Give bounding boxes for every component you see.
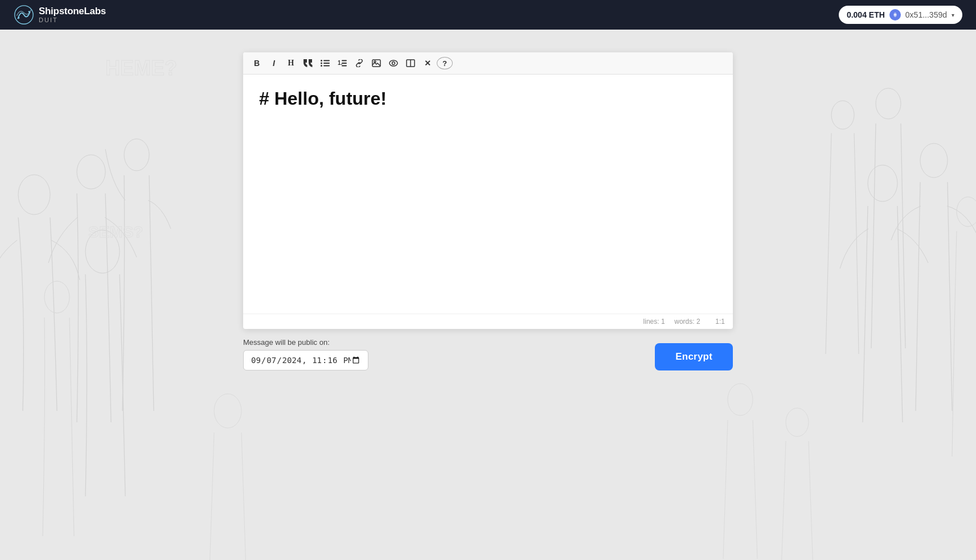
brand-logo-icon	[14, 5, 34, 25]
svg-rect-27	[323, 65, 330, 67]
wallet-eth: 0.004 ETH	[847, 10, 885, 19]
svg-rect-25	[323, 63, 330, 64]
svg-point-5	[893, 14, 896, 15]
stats-words: words: 2	[674, 318, 700, 326]
wallet-icon	[889, 9, 901, 20]
svg-rect-29	[342, 60, 347, 61]
svg-point-1	[18, 17, 20, 19]
toolbar-quote-button[interactable]	[300, 56, 316, 71]
svg-point-22	[321, 60, 322, 61]
svg-point-2	[28, 11, 30, 13]
navbar: ShipstoneLabs DUIT 0.004 ETH 0x51...359d…	[0, 0, 976, 30]
svg-point-35	[392, 62, 395, 65]
svg-point-17	[728, 384, 753, 415]
brand-sub: DUIT	[39, 17, 106, 23]
toolbar-unordered-list-button[interactable]	[317, 56, 333, 71]
editor-content-heading: # Hello, future!	[259, 88, 717, 109]
toolbar-heading-button[interactable]: H	[283, 56, 299, 71]
stats-lines: lines: 1	[643, 318, 665, 326]
wallet-button[interactable]: 0.004 ETH 0x51...359d ▾	[839, 6, 962, 24]
editor-stats: lines: 1 words: 2 1:1	[243, 314, 733, 329]
editor-toolbar: B I H 1. ✕ ?	[243, 52, 733, 75]
stats-ratio: 1:1	[715, 318, 725, 326]
public-label: Message will be public on:	[243, 338, 368, 347]
chevron-down-icon: ▾	[952, 12, 954, 18]
toolbar-help-button[interactable]: ?	[437, 57, 453, 69]
main-content: B I H 1. ✕ ?	[0, 30, 976, 370]
toolbar-bold-button[interactable]: B	[249, 56, 265, 71]
svg-rect-31	[342, 65, 347, 67]
toolbar-link-button[interactable]	[351, 56, 367, 71]
wallet-address: 0x51...359d	[905, 10, 947, 19]
public-date-section: Message will be public on:	[243, 338, 368, 370]
svg-point-16	[214, 394, 241, 428]
toolbar-ordered-list-button[interactable]: 1.	[334, 56, 350, 71]
public-date-input[interactable]	[243, 350, 368, 370]
toolbar-split-button[interactable]	[403, 56, 419, 71]
svg-rect-30	[342, 63, 347, 64]
encrypt-button[interactable]: Encrypt	[655, 343, 733, 370]
brand: ShipstoneLabs DUIT	[14, 5, 106, 25]
svg-point-34	[389, 60, 397, 66]
editor-body[interactable]: # Hello, future!	[243, 75, 733, 314]
svg-point-24	[321, 63, 322, 64]
svg-rect-23	[323, 60, 330, 61]
toolbar-image-button[interactable]	[368, 56, 384, 71]
toolbar-preview-button[interactable]	[386, 56, 401, 71]
toolbar-close-button[interactable]: ✕	[420, 56, 436, 71]
brand-name: ShipstoneLabs	[39, 6, 106, 17]
bottom-bar: Message will be public on: Encrypt	[243, 338, 733, 370]
svg-point-18	[786, 408, 809, 437]
toolbar-italic-button[interactable]: I	[266, 56, 282, 71]
svg-point-26	[321, 65, 322, 67]
editor-container: B I H 1. ✕ ?	[243, 52, 733, 329]
brand-text: ShipstoneLabs DUIT	[39, 6, 106, 24]
